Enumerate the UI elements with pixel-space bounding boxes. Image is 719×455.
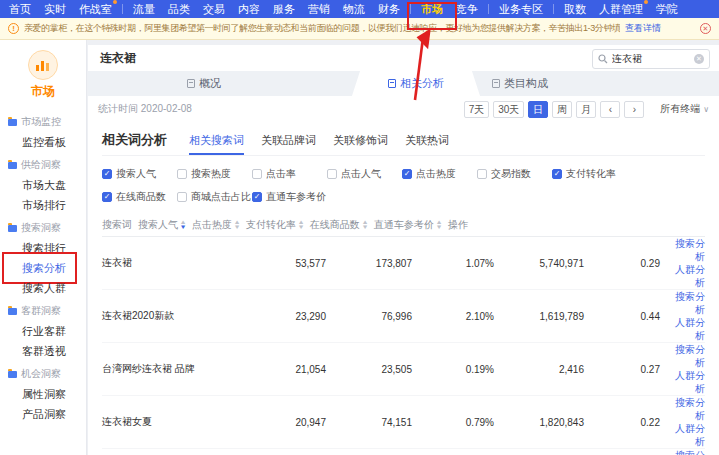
folder-icon: [8, 119, 17, 126]
sort-icon[interactable]: ▲▼: [234, 220, 240, 230]
nav-item[interactable]: 首页: [9, 2, 31, 17]
column-header[interactable]: 操作▲▼: [448, 218, 474, 232]
nav-item[interactable]: 服务: [273, 2, 295, 17]
checkbox-icon[interactable]: [177, 192, 187, 202]
nav-item[interactable]: 人群管理: [599, 2, 643, 17]
sidebar-item[interactable]: 属性洞察: [0, 384, 86, 404]
metric-checkbox-item[interactable]: 商城点击占比: [177, 190, 252, 204]
nav-item[interactable]: 内容: [238, 2, 260, 17]
column-header[interactable]: 直通车参考价▲▼: [374, 218, 448, 232]
checkbox-icon[interactable]: [252, 169, 262, 179]
column-header[interactable]: 搜索人气▲▼: [138, 218, 192, 232]
terminal-filter-dropdown[interactable]: 所有终端 ∨: [660, 102, 709, 116]
word-type-tab[interactable]: 关联品牌词: [261, 133, 316, 155]
nav-item[interactable]: 竞争: [456, 2, 478, 17]
sidebar-item[interactable]: 客群洞察: [0, 301, 86, 321]
checkbox-icon[interactable]: [327, 169, 337, 179]
metric-checkbox-item[interactable]: 点击率: [252, 167, 327, 181]
search-analysis-link[interactable]: 搜索分析: [666, 449, 705, 455]
metric-checkbox-item[interactable]: 支付转化率: [552, 167, 627, 181]
sidebar-item[interactable]: 市场监控: [0, 112, 86, 132]
nav-item[interactable]: [122, 4, 123, 14]
sidebar-item[interactable]: 机会洞察: [0, 364, 86, 384]
word-type-tab[interactable]: 关联修饰词: [333, 133, 388, 155]
crowd-analysis-link[interactable]: 人群分析: [666, 316, 705, 342]
metric-checkbox-item[interactable]: 直通车参考价: [252, 190, 327, 204]
nav-item[interactable]: 取数: [564, 2, 586, 17]
sort-icon[interactable]: ▲▼: [298, 220, 304, 230]
sidebar-item[interactable]: 产品洞察: [0, 404, 86, 424]
nav-item[interactable]: [553, 4, 554, 14]
column-header[interactable]: 点击热度▲▼: [192, 218, 246, 232]
nav-item[interactable]: 学院: [656, 2, 678, 17]
sort-icon[interactable]: ▲▼: [180, 220, 186, 230]
column-header[interactable]: 支付转化率▲▼: [246, 218, 310, 232]
nav-item[interactable]: 财务: [378, 2, 400, 17]
sidebar-item[interactable]: 监控看板: [0, 132, 86, 152]
crowd-analysis-link[interactable]: 人群分析: [666, 263, 705, 289]
sidebar-item[interactable]: 市场大盘: [0, 175, 86, 195]
checkbox-icon[interactable]: [102, 169, 112, 179]
sidebar-item[interactable]: 搜索排行: [0, 238, 86, 258]
crowd-analysis-link[interactable]: 人群分析: [666, 422, 705, 448]
sidebar-item[interactable]: 搜索分析: [0, 258, 86, 278]
nav-item[interactable]: 流量: [133, 2, 155, 17]
date-range-button[interactable]: 7天: [464, 101, 490, 118]
date-range-button[interactable]: 日: [528, 101, 548, 118]
search-analysis-link[interactable]: 搜索分析: [666, 343, 705, 369]
checkbox-icon[interactable]: [402, 169, 412, 179]
checkbox-icon[interactable]: [252, 192, 262, 202]
clear-search-icon[interactable]: ✕: [694, 54, 704, 64]
metric-checkbox-item[interactable]: 在线商品数: [102, 190, 177, 204]
nav-item[interactable]: [410, 4, 411, 14]
notice-close-icon[interactable]: ✕: [700, 23, 711, 34]
metric-checkbox-item[interactable]: 点击热度: [402, 167, 477, 181]
nav-item[interactable]: 交易: [203, 2, 225, 17]
nav-item[interactable]: 作战室: [79, 2, 112, 17]
search-analysis-link[interactable]: 搜索分析: [666, 290, 705, 316]
column-header[interactable]: 搜索词▲▼: [102, 218, 138, 232]
page-tab[interactable]: 概况: [152, 71, 256, 96]
nav-item[interactable]: 营销: [308, 2, 330, 17]
nav-item[interactable]: 实时: [44, 2, 66, 17]
date-range-button[interactable]: ›: [624, 101, 644, 118]
word-type-tab[interactable]: 相关搜索词: [189, 133, 244, 155]
nav-item[interactable]: 物流: [343, 2, 365, 17]
metric-checkbox-item[interactable]: 点击人气: [327, 167, 402, 181]
keyword-search-box[interactable]: ✕: [592, 49, 710, 69]
sidebar-item[interactable]: 客群透视: [0, 341, 86, 361]
metric-checkbox-item[interactable]: 搜索人气: [102, 167, 177, 181]
nav-item[interactable]: 业务专区: [499, 2, 543, 17]
sort-icon[interactable]: ▲▼: [362, 220, 368, 230]
checkbox-icon[interactable]: [177, 169, 187, 179]
page-tab[interactable]: 相关分析: [364, 71, 468, 96]
date-range-button[interactable]: 月: [576, 101, 596, 118]
column-header[interactable]: 在线商品数▲▼: [310, 218, 374, 232]
date-range-button[interactable]: 30天: [493, 101, 524, 118]
page-tab[interactable]: 类目构成: [468, 71, 572, 96]
metric-checkbox-item[interactable]: 交易指数: [477, 167, 552, 181]
date-range-button[interactable]: 周: [552, 101, 572, 118]
search-analysis-link[interactable]: 搜索分析: [666, 396, 705, 422]
metric-checkbox-item[interactable]: 搜索热度: [177, 167, 252, 181]
search-input[interactable]: [612, 54, 690, 65]
sort-icon[interactable]: ▲▼: [436, 220, 442, 230]
checkbox-icon[interactable]: [552, 169, 562, 179]
sidebar-item[interactable]: 市场排行: [0, 195, 86, 215]
caret-down-icon: ▼: [435, 225, 442, 230]
notice-detail-link[interactable]: 查看详情: [625, 22, 661, 35]
sidebar-item[interactable]: 供给洞察: [0, 155, 86, 175]
checkbox-icon[interactable]: [477, 169, 487, 179]
nav-item[interactable]: 市场: [421, 2, 443, 17]
checkbox-icon[interactable]: [102, 192, 112, 202]
crowd-analysis-link[interactable]: 人群分析: [666, 369, 705, 395]
date-range-button[interactable]: ‹: [600, 101, 620, 118]
sidebar-item[interactable]: 搜索洞察: [0, 218, 86, 238]
sidebar-item-label: 客群洞察: [21, 305, 61, 316]
nav-item[interactable]: 品类: [168, 2, 190, 17]
word-type-tab[interactable]: 关联热词: [405, 133, 449, 155]
nav-item[interactable]: [488, 4, 489, 14]
search-analysis-link[interactable]: 搜索分析: [666, 237, 705, 263]
sidebar-item[interactable]: 行业客群: [0, 321, 86, 341]
sidebar-item[interactable]: 搜索人群: [0, 278, 86, 298]
